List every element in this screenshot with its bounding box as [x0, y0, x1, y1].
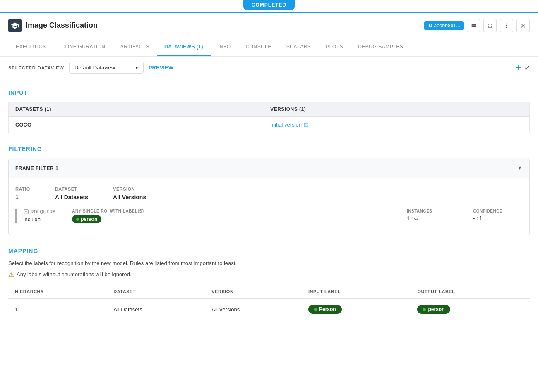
filter-header: FRAME FILTER 1 ∧ — [9, 158, 529, 178]
roi-query-col: ROI QUERY Include — [23, 209, 55, 223]
tab-plots[interactable]: PLOTS — [318, 38, 351, 56]
mapping-dataset-header: DATASET — [107, 285, 205, 299]
collapse-filter-button[interactable]: ∧ — [518, 164, 523, 172]
output-label-text: person — [428, 306, 444, 312]
mapping-section: MAPPING Select the labels for recognitio… — [8, 248, 530, 320]
add-dataview-button[interactable]: + — [516, 62, 521, 73]
instances-label: INSTANCES — [407, 209, 456, 213]
mapping-output-label: person — [411, 299, 530, 320]
confidence-col: CONFIDENCE - : 1 — [473, 209, 523, 223]
datasets-header: DATASETS (1) — [9, 102, 264, 117]
nav-tabs: EXECUTION CONFIGURATION ARTIFACTS DATAVI… — [0, 38, 538, 57]
any-single-label: ANY SINGLE ROI WITH LABEL(S) — [72, 209, 390, 213]
dataset-row: COCO Initial version — [9, 117, 530, 133]
tab-artifacts[interactable]: ARTIFACTS — [113, 38, 157, 56]
datasets-table: DATASETS (1) VERSIONS (1) COCO Initial v… — [8, 102, 530, 133]
mapping-input-label: Person — [302, 299, 411, 320]
instances-col: INSTANCES 1 : ∞ — [407, 209, 456, 223]
ratio-col: RATIO 1 — [15, 186, 30, 201]
warning-icon: ⚠ — [8, 270, 14, 278]
tag-container: person — [72, 215, 390, 223]
tag-dot — [76, 218, 79, 221]
dropdown-value: Default Dataview — [74, 65, 115, 71]
selected-dataview-label: SELECTED DATAVIEW — [8, 65, 64, 70]
input-label-tag: Person — [308, 305, 342, 314]
any-single-col: ANY SINGLE ROI WITH LABEL(S) person — [72, 209, 390, 223]
menu-icon — [503, 22, 510, 29]
version-link[interactable]: Initial version — [270, 122, 523, 128]
list-icon-button[interactable] — [467, 19, 480, 32]
completed-banner: COMPLETED — [0, 0, 538, 13]
mapping-description: Select the labels for recognition by the… — [8, 260, 530, 266]
filter-version-value: All Versions — [113, 194, 146, 201]
input-section: INPUT DATASETS (1) VERSIONS (1) COCO Ini… — [8, 89, 530, 133]
graduation-cap-icon — [11, 22, 19, 30]
mapping-version: All Versions — [205, 299, 302, 320]
completed-badge: COMPLETED — [243, 0, 295, 10]
filter-dataset-label: DATASET — [55, 186, 88, 191]
title-area: Image Classification — [8, 19, 98, 32]
close-button[interactable] — [516, 19, 530, 32]
confidence-label: CONFIDENCE — [473, 209, 523, 213]
expand-icon-button[interactable] — [483, 19, 497, 32]
dataset-col: DATASET All Datasets — [55, 186, 88, 201]
filter-version-label: VERSION — [113, 186, 146, 191]
instances-value: 1 : ∞ — [407, 215, 456, 221]
warning-text: Any labels without enumerations will be … — [17, 271, 132, 277]
person-tag: person — [72, 215, 101, 223]
confidence-value: - : 1 — [473, 215, 523, 221]
dataview-dropdown[interactable]: Default Dataview ▾ — [69, 62, 144, 74]
filtering-section-title: FILTERING — [8, 146, 530, 152]
mapping-section-title: MAPPING — [8, 248, 530, 254]
ratio-label: RATIO — [15, 186, 30, 191]
tab-scalars[interactable]: SCALARS — [279, 38, 319, 56]
input-label-header: INPUT LABEL — [302, 285, 411, 299]
external-link-button[interactable]: ⤢ — [524, 64, 530, 72]
mapping-hierarchy: 1 — [8, 299, 107, 320]
toolbar-right: + ⤢ — [516, 62, 530, 73]
hierarchy-header: HIERARCHY — [8, 285, 107, 299]
list-icon — [470, 22, 477, 29]
input-section-title: INPUT — [8, 89, 530, 96]
warning-row: ⚠ Any labels without enumerations will b… — [8, 270, 530, 278]
output-label-tag: person — [417, 305, 450, 314]
tab-info[interactable]: INFO — [211, 38, 238, 56]
menu-icon-button[interactable] — [500, 19, 513, 32]
roi-section: ROI QUERY Include ANY SINGLE ROI WITH LA… — [15, 209, 523, 223]
tab-debug-samples[interactable]: DEBUG SAMPLES — [351, 38, 411, 56]
filter-box: FRAME FILTER 1 ∧ RATIO 1 DATASET All Dat… — [8, 158, 530, 235]
dataset-version: Initial version — [264, 117, 529, 133]
input-label-text: Person — [319, 306, 336, 312]
tag-label: person — [81, 216, 97, 222]
versions-header: VERSIONS (1) — [264, 102, 529, 117]
id-label: ID — [428, 23, 432, 29]
filter-dataset-value: All Datasets — [55, 194, 88, 201]
mapping-table: HIERARCHY DATASET VERSION INPUT LABEL OU… — [8, 285, 530, 320]
input-tag-dot — [314, 308, 317, 311]
main-content: INPUT DATASETS (1) VERSIONS (1) COCO Ini… — [0, 79, 538, 330]
output-label-header: OUTPUT LABEL — [411, 285, 530, 299]
external-link-icon — [303, 122, 308, 127]
tab-console[interactable]: CONSOLE — [238, 38, 279, 56]
roi-query-label: ROI QUERY — [31, 210, 55, 214]
filtering-section: FILTERING FRAME FILTER 1 ∧ RATIO 1 DATAS… — [8, 146, 530, 235]
mapping-version-header: VERSION — [205, 285, 302, 299]
app-icon — [8, 19, 22, 32]
mapping-dataset: All Datasets — [107, 299, 205, 320]
roi-icon — [23, 209, 29, 215]
roi-query-text: Include — [23, 216, 55, 222]
tab-execution[interactable]: EXECUTION — [8, 38, 54, 56]
roi-header-row: ROI QUERY Include ANY SINGLE ROI WITH LA… — [23, 209, 523, 223]
close-icon — [520, 22, 526, 29]
output-tag-dot — [423, 308, 426, 311]
expand-icon — [487, 22, 493, 29]
id-value: aedbb8d1... — [434, 23, 460, 29]
preview-button[interactable]: PREVIEW — [149, 65, 173, 71]
chevron-down-icon: ▾ — [135, 65, 138, 71]
id-badge: ID aedbb8d1... — [424, 21, 464, 30]
dataview-toolbar: SELECTED DATAVIEW Default Dataview ▾ PRE… — [0, 57, 538, 79]
tab-configuration[interactable]: CONFIGURATION — [54, 38, 113, 56]
ratio-value: 1 — [15, 194, 30, 201]
filter-body: RATIO 1 DATASET All Datasets VERSION All… — [9, 178, 529, 235]
tab-dataviews[interactable]: DATAVIEWS (1) — [157, 38, 211, 56]
